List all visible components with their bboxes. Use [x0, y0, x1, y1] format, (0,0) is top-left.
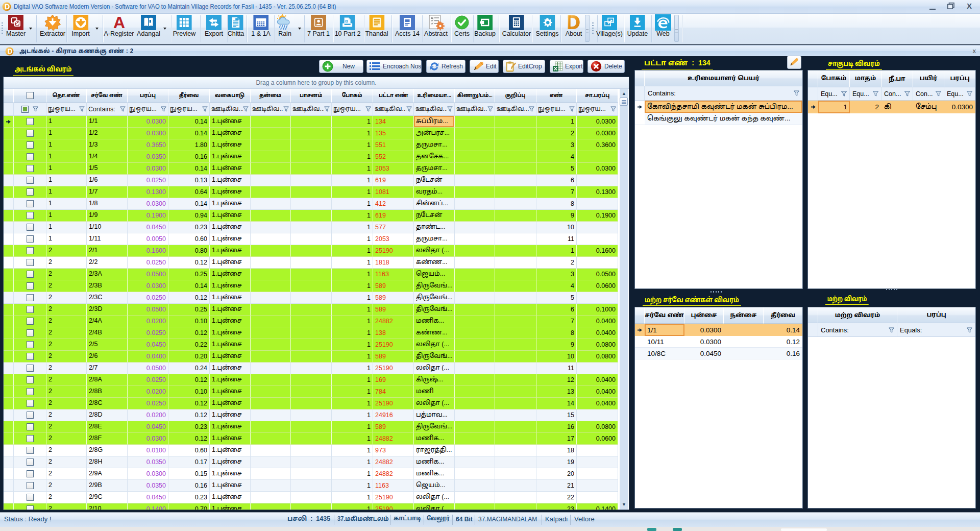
svg-text:A: A: [113, 15, 125, 30]
